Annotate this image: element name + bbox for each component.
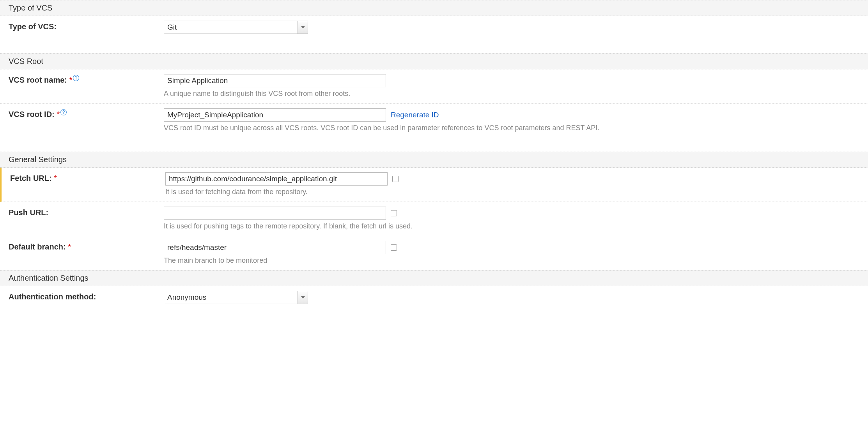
required-star: * [57, 110, 60, 119]
section-title: Type of VCS [9, 4, 52, 12]
default-branch-checkbox[interactable] [391, 244, 397, 251]
vcs-root-id-input[interactable] [164, 108, 386, 122]
fetch-url-input[interactable] [165, 172, 388, 186]
section-general-settings: General Settings [0, 152, 868, 168]
fetch-url-label: Fetch URL: * [2, 172, 165, 183]
section-type-of-vcs: Type of VCS [0, 0, 868, 16]
vcs-root-name-hint: A unique name to distinguish this VCS ro… [164, 90, 868, 98]
default-branch-label: Default branch: * [0, 241, 164, 251]
row-fetch-url: Fetch URL: * It is used for fetching dat… [0, 168, 868, 202]
default-branch-input[interactable] [164, 241, 386, 254]
push-url-label: Push URL: [0, 207, 164, 217]
help-icon[interactable]: ? [60, 109, 67, 115]
push-url-checkbox[interactable] [391, 210, 397, 216]
help-icon[interactable]: ? [73, 75, 79, 81]
row-vcs-root-name: VCS root name: *? A unique name to disti… [0, 69, 868, 104]
push-url-hint: It is used for pushing tags to the remot… [164, 222, 868, 230]
row-default-branch: Default branch: * The main branch to be … [0, 236, 868, 270]
section-vcs-root: VCS Root [0, 53, 868, 69]
required-star: * [68, 242, 71, 251]
type-of-vcs-select[interactable]: Git [164, 21, 308, 34]
fetch-url-hint: It is used for fetching data from the re… [165, 188, 868, 196]
push-url-input[interactable] [164, 207, 386, 220]
section-auth-settings: Authentication Settings [0, 270, 868, 286]
section-title: Authentication Settings [9, 274, 89, 282]
type-of-vcs-label: Type of VCS: [0, 21, 164, 31]
type-of-vcs-value: Git [164, 23, 298, 32]
vcs-root-id-label: VCS root ID: *? [0, 108, 164, 119]
auth-method-label: Authentication method: [0, 291, 164, 301]
row-auth-method: Authentication method: Anonymous [0, 286, 868, 310]
vcs-root-id-hint: VCS root ID must be unique across all VC… [164, 124, 868, 132]
row-type-of-vcs: Type of VCS: Git [0, 16, 868, 39]
chevron-down-icon [298, 21, 308, 34]
row-push-url: Push URL: It is used for pushing tags to… [0, 202, 868, 236]
regenerate-id-link[interactable]: Regenerate ID [391, 111, 439, 119]
auth-method-value: Anonymous [164, 293, 298, 302]
vcs-root-name-input[interactable] [164, 74, 386, 87]
auth-method-select[interactable]: Anonymous [164, 291, 308, 304]
required-star: * [69, 76, 73, 84]
chevron-down-icon [298, 291, 308, 304]
section-title: General Settings [9, 155, 67, 164]
vcs-root-name-label: VCS root name: *? [0, 74, 164, 85]
section-title: VCS Root [9, 57, 43, 65]
row-vcs-root-id: VCS root ID: *? Regenerate ID VCS root I… [0, 104, 868, 138]
fetch-url-checkbox[interactable] [392, 176, 399, 182]
required-star: * [54, 174, 57, 182]
default-branch-hint: The main branch to be monitored [164, 256, 868, 265]
